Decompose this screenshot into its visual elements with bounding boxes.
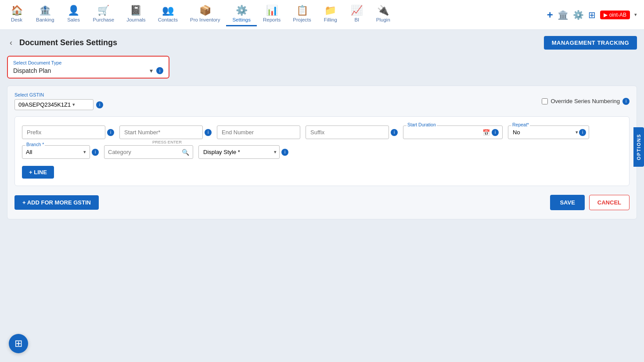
page-title: Document Series Settings bbox=[19, 38, 117, 47]
start-duration-field: 01/07/2024 📅 i bbox=[403, 125, 503, 139]
nav-item-pro-inventory[interactable]: 📦 Pro Inventory bbox=[184, 3, 226, 26]
nav-item-projects[interactable]: 📋 Projects bbox=[287, 3, 317, 26]
desk-icon: 🏠 bbox=[11, 6, 23, 15]
filling-icon: 📁 bbox=[324, 6, 336, 15]
main-content: ‹ Document Series Settings MANAGEMENT TR… bbox=[0, 30, 644, 226]
reports-icon: 📊 bbox=[266, 6, 278, 15]
save-button[interactable]: SAVE bbox=[550, 195, 584, 210]
repeat-label: Repeat* bbox=[511, 122, 530, 127]
override-info-icon[interactable]: i bbox=[622, 98, 630, 105]
nav-item-purchase[interactable]: 🛒 Purchase bbox=[87, 3, 121, 26]
page-header: ‹ Document Series Settings MANAGEMENT TR… bbox=[7, 36, 637, 50]
doc-type-dropdown-arrow[interactable]: ▾ bbox=[150, 67, 153, 74]
start-duration-info-icon[interactable]: i bbox=[492, 129, 499, 136]
nav-item-contacts[interactable]: 👥 Contacts bbox=[152, 3, 184, 26]
repeat-dropdown-arrow[interactable]: ▾ bbox=[576, 129, 578, 135]
nav-label-purchase: Purchase bbox=[93, 17, 115, 22]
nav-label-pro-inventory: Pro Inventory bbox=[190, 17, 220, 22]
page-header-left: ‹ Document Series Settings bbox=[7, 37, 117, 48]
start-duration-input[interactable]: 01/07/2024 bbox=[407, 126, 481, 139]
suffix-info-icon[interactable]: i bbox=[391, 129, 398, 136]
branch-info-icon[interactable]: i bbox=[92, 149, 99, 156]
add-icon[interactable]: + bbox=[547, 9, 553, 21]
purchase-icon: 🛒 bbox=[97, 6, 109, 15]
display-style-dropdown-arrow[interactable]: ▾ bbox=[274, 149, 277, 155]
nav-items-list: 🏠 Desk 🏦 Banking 👤 Sales 🛒 Purchase 📓 Jo… bbox=[4, 3, 547, 26]
start-duration-label: Start Duration bbox=[407, 122, 437, 127]
contacts-icon: 👥 bbox=[162, 6, 174, 15]
category-input[interactable] bbox=[108, 146, 182, 158]
prefix-input[interactable] bbox=[22, 125, 105, 139]
sales-icon: 👤 bbox=[68, 6, 79, 15]
nav-item-desk[interactable]: 🏠 Desk bbox=[4, 3, 30, 26]
bottom-actions: + ADD FOR MORE GSTIN SAVE CANCEL bbox=[14, 195, 630, 210]
repeat-field: No ▾ i bbox=[508, 125, 589, 139]
display-style-field: Display Style * ▾ bbox=[198, 145, 280, 159]
youtube-label: oint-AB bbox=[609, 12, 626, 18]
display-style-select[interactable]: Display Style * bbox=[203, 146, 274, 158]
settings-icon: ⚙️ bbox=[236, 6, 248, 15]
doc-type-info-icon[interactable]: i bbox=[156, 67, 163, 74]
grid-apps-icon: ⊞ bbox=[14, 338, 22, 349]
management-tracking-button[interactable]: MANAGEMENT TRACKING bbox=[544, 36, 637, 50]
display-style-info-icon[interactable]: i bbox=[281, 149, 288, 156]
gear-icon[interactable]: ⚙️ bbox=[573, 10, 584, 20]
branch-dropdown-arrow[interactable]: ▾ bbox=[83, 149, 86, 155]
add-gstin-button[interactable]: + ADD FOR MORE GSTIN bbox=[14, 195, 99, 210]
gstin-select-row: 09ASEPQ2345K1Z1 ▾ i bbox=[14, 99, 103, 110]
youtube-button[interactable]: ▶ oint-AB bbox=[600, 11, 630, 19]
nav-item-bi[interactable]: 📈 BI bbox=[344, 3, 370, 26]
form-row-1: i i i Start Duration bbox=[22, 125, 622, 139]
override-label: Override Series Numbering bbox=[550, 98, 620, 104]
doc-type-value: Dispatch Plan bbox=[13, 67, 146, 74]
repeat-icons: ▾ i bbox=[576, 129, 586, 136]
options-label: OPTIONS bbox=[636, 134, 641, 160]
override-checkbox[interactable] bbox=[542, 98, 548, 104]
bottom-grid-button[interactable]: ⊞ bbox=[9, 334, 28, 353]
start-number-input[interactable] bbox=[119, 125, 203, 139]
nav-item-filling[interactable]: 📁 Filling bbox=[317, 3, 344, 26]
youtube-icon: ▶ bbox=[604, 12, 608, 18]
nav-item-settings[interactable]: ⚙️ Settings bbox=[226, 3, 257, 26]
suffix-input[interactable] bbox=[306, 125, 389, 139]
press-enter-label: PRESS ENTER bbox=[152, 140, 182, 144]
cancel-button[interactable]: CANCEL bbox=[589, 195, 630, 210]
gstin-section: Select GSTIN 09ASEPQ2345K1Z1 ▾ i Overrid… bbox=[7, 86, 637, 219]
repeat-info-icon[interactable]: i bbox=[579, 129, 586, 136]
nav-label-filling: Filling bbox=[324, 17, 337, 22]
gstin-header: Select GSTIN 09ASEPQ2345K1Z1 ▾ i Overrid… bbox=[14, 92, 630, 110]
gstin-dropdown[interactable]: 09ASEPQ2345K1Z1 ▾ bbox=[14, 99, 94, 110]
calendar-icon[interactable]: 📅 bbox=[482, 129, 490, 136]
nav-label-journals: Journals bbox=[126, 17, 145, 22]
top-navigation: 🏠 Desk 🏦 Banking 👤 Sales 🛒 Purchase 📓 Jo… bbox=[0, 0, 644, 30]
add-line-button[interactable]: + LINE bbox=[22, 166, 54, 179]
gstin-info-icon[interactable]: i bbox=[96, 101, 103, 108]
branch-value: All bbox=[26, 146, 83, 158]
plugin-icon: 🔌 bbox=[377, 6, 389, 15]
nav-item-journals[interactable]: 📓 Journals bbox=[120, 3, 151, 26]
start-number-info-icon[interactable]: i bbox=[205, 129, 212, 136]
nav-label-settings: Settings bbox=[232, 17, 251, 22]
gstin-dropdown-arrow: ▾ bbox=[72, 102, 75, 108]
nav-item-plugin[interactable]: 🔌 Plugin bbox=[370, 3, 396, 26]
nav-item-reports[interactable]: 📊 Reports bbox=[257, 3, 287, 26]
pro-inventory-icon: 📦 bbox=[199, 6, 211, 15]
end-number-input[interactable] bbox=[217, 125, 300, 139]
user-dropdown-arrow[interactable]: ▾ bbox=[634, 12, 637, 18]
banking-icon: 🏦 bbox=[39, 6, 51, 15]
nav-label-contacts: Contacts bbox=[158, 17, 178, 22]
action-buttons: SAVE CANCEL bbox=[550, 195, 630, 210]
bank-icon[interactable]: 🏛️ bbox=[558, 10, 568, 20]
repeat-select[interactable]: No bbox=[513, 126, 576, 139]
nav-item-banking[interactable]: 🏦 Banking bbox=[30, 3, 61, 26]
override-row: Override Series Numbering i bbox=[542, 98, 630, 105]
nav-label-desk: Desk bbox=[11, 17, 22, 22]
search-icon[interactable]: 🔍 bbox=[182, 149, 189, 156]
grid-icon[interactable]: ⊞ bbox=[588, 10, 596, 20]
back-button[interactable]: ‹ bbox=[7, 37, 15, 48]
form-area: i i i Start Duration bbox=[14, 116, 630, 186]
options-tab[interactable]: OPTIONS bbox=[633, 127, 644, 167]
prefix-info-icon[interactable]: i bbox=[107, 129, 114, 136]
nav-label-sales: Sales bbox=[67, 17, 80, 22]
nav-item-sales[interactable]: 👤 Sales bbox=[61, 3, 87, 26]
